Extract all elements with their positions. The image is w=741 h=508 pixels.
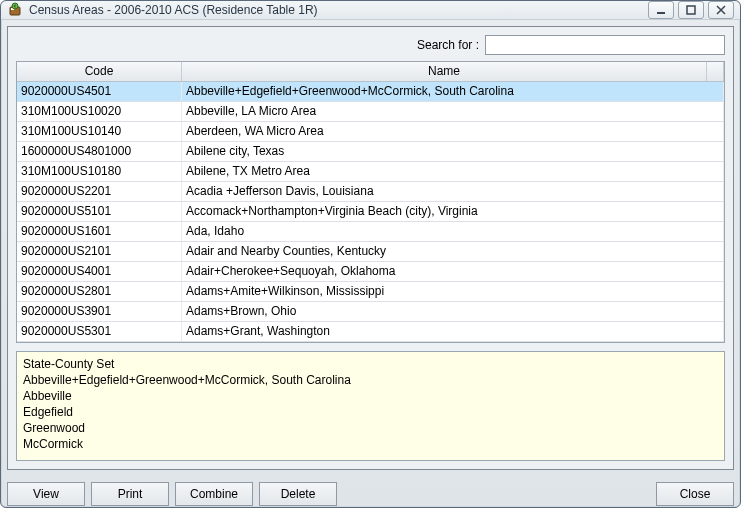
cell-code: 310M100US10140 [17,122,182,141]
cell-name: Adams+Amite+Wilkinson, Mississippi [182,282,724,301]
table-row[interactable]: 310M100US10140Aberdeen, WA Micro Area [17,122,724,142]
th-scroll-gutter [707,62,724,81]
table-row[interactable]: 9020000US1601Ada, Idaho [17,222,724,242]
detail-line: Greenwood [23,420,718,436]
cell-code: 1600000US4801000 [17,142,182,161]
search-label: Search for : [417,38,479,52]
table-row[interactable]: 1600000US4801000Abilene city, Texas [17,142,724,162]
svg-rect-3 [657,12,665,14]
table-row[interactable]: 9020000US5101Accomack+Northampton+Virgin… [17,202,724,222]
search-row: Search for : [16,35,725,55]
client-area: Search for : Code Name 9020000US4501Abbe… [7,26,734,470]
search-input[interactable] [485,35,725,55]
cell-code: 310M100US10180 [17,162,182,181]
cell-code: 310M100US10020 [17,102,182,121]
cell-name: Aberdeen, WA Micro Area [182,122,724,141]
census-areas-window: Census Areas - 2006-2010 ACS (Residence … [0,0,741,508]
detail-line: McCormick [23,436,718,452]
cell-name: Accomack+Northampton+Virginia Beach (cit… [182,202,724,221]
table-row[interactable]: 9020000US4501Abbeville+Edgefield+Greenwo… [17,82,724,102]
cell-name: Abilene, TX Metro Area [182,162,724,181]
table-body[interactable]: 9020000US4501Abbeville+Edgefield+Greenwo… [17,82,724,342]
app-icon [7,2,23,18]
cell-code: 9020000US5301 [17,322,182,341]
areas-table: Code Name 9020000US4501Abbeville+Edgefie… [16,61,725,343]
svg-rect-4 [687,6,695,14]
titlebar[interactable]: Census Areas - 2006-2010 ACS (Residence … [1,1,740,20]
cell-code: 9020000US3901 [17,302,182,321]
detail-panel[interactable]: State-County SetAbbeville+Edgefield+Gree… [16,351,725,461]
detail-line: Abbeville [23,388,718,404]
minimize-button[interactable] [648,1,674,19]
table-row[interactable]: 9020000US4001Adair+Cherokee+Sequoyah, Ok… [17,262,724,282]
th-name[interactable]: Name [182,62,707,81]
cell-name: Abbeville+Edgefield+Greenwood+McCormick,… [182,82,724,101]
cell-code: 9020000US5101 [17,202,182,221]
close-window-button[interactable] [708,1,734,19]
detail-line: Abbeville+Edgefield+Greenwood+McCormick,… [23,372,718,388]
table-row[interactable]: 9020000US3901Adams+Brown, Ohio [17,302,724,322]
cell-name: Abilene city, Texas [182,142,724,161]
cell-name: Abbeville, LA Micro Area [182,102,724,121]
close-button[interactable]: Close [656,482,734,506]
cell-code: 9020000US4501 [17,82,182,101]
print-button[interactable]: Print [91,482,169,506]
cell-code: 9020000US4001 [17,262,182,281]
table-row[interactable]: 9020000US2101Adair and Nearby Counties, … [17,242,724,262]
detail-line: Edgefield [23,404,718,420]
table-row[interactable]: 310M100US10020Abbeville, LA Micro Area [17,102,724,122]
cell-name: Acadia +Jefferson Davis, Louisiana [182,182,724,201]
cell-code: 9020000US2801 [17,282,182,301]
cell-name: Adams+Brown, Ohio [182,302,724,321]
table-row[interactable]: 9020000US5301Adams+Grant, Washington [17,322,724,342]
table-row[interactable]: 310M100US10180Abilene, TX Metro Area [17,162,724,182]
delete-button[interactable]: Delete [259,482,337,506]
detail-line: State-County Set [23,356,718,372]
table-row[interactable]: 9020000US2801Adams+Amite+Wilkinson, Miss… [17,282,724,302]
cell-name: Adams+Grant, Washington [182,322,724,341]
cell-code: 9020000US2101 [17,242,182,261]
cell-name: Adair and Nearby Counties, Kentucky [182,242,724,261]
view-button[interactable]: View [7,482,85,506]
maximize-button[interactable] [678,1,704,19]
button-bar: View Print Combine Delete Close [7,482,734,506]
cell-code: 9020000US1601 [17,222,182,241]
cell-code: 9020000US2201 [17,182,182,201]
table-row[interactable]: 9020000US2201Acadia +Jefferson Davis, Lo… [17,182,724,202]
window-title: Census Areas - 2006-2010 ACS (Residence … [29,3,318,17]
cell-name: Adair+Cherokee+Sequoyah, Oklahoma [182,262,724,281]
th-code[interactable]: Code [17,62,182,81]
table-header: Code Name [17,62,724,82]
combine-button[interactable]: Combine [175,482,253,506]
cell-name: Ada, Idaho [182,222,724,241]
